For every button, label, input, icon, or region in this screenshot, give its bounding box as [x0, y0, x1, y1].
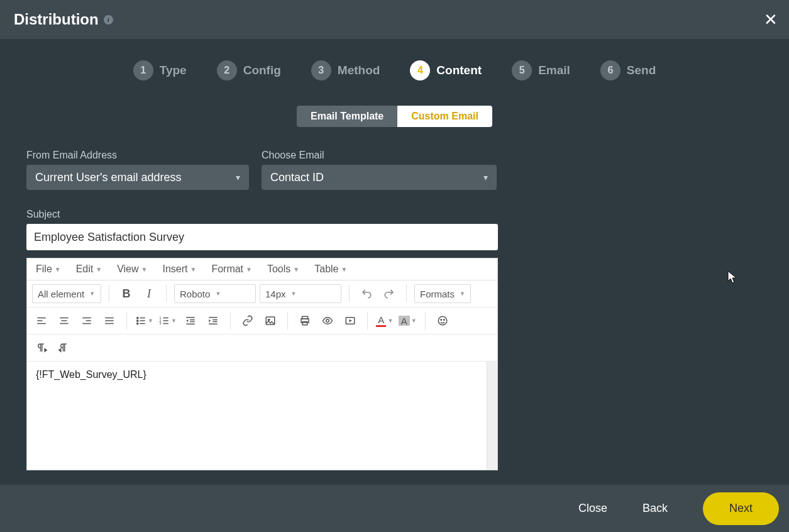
svg-point-39: [326, 319, 329, 323]
menu-tools[interactable]: Tools▼: [267, 263, 299, 275]
svg-point-12: [137, 317, 138, 318]
modal-body: 1 Type 2 Config 3 Method 4 Content 5 Ema…: [0, 39, 789, 470]
back-button[interactable]: Back: [643, 502, 668, 515]
background-color-icon[interactable]: A▼: [398, 311, 417, 330]
svg-point-43: [441, 319, 442, 321]
formats-select[interactable]: Formats▼: [414, 284, 471, 303]
modal-footer: Close Back Next: [0, 485, 789, 532]
font-family-select[interactable]: Roboto▼: [174, 284, 256, 303]
image-icon[interactable]: [261, 311, 280, 330]
choose-email-value: Contact ID: [270, 171, 324, 184]
next-button[interactable]: Next: [703, 492, 779, 525]
step-send[interactable]: 6 Send: [600, 60, 656, 80]
subject-input[interactable]: [26, 224, 498, 250]
print-icon[interactable]: [295, 311, 314, 330]
svg-marker-41: [349, 319, 352, 323]
step-label: Config: [243, 64, 281, 77]
svg-point-44: [443, 319, 444, 321]
svg-marker-28: [186, 319, 188, 323]
step-number: 5: [512, 60, 532, 80]
menu-view[interactable]: View▼: [117, 263, 147, 275]
menu-format[interactable]: Format▼: [211, 263, 252, 275]
close-button[interactable]: Close: [578, 502, 607, 515]
step-label: Content: [436, 64, 482, 77]
editor-menubar: File▼ Edit▼ View▼ Insert▼ Format▼ Tools▼…: [27, 258, 497, 280]
svg-text:3: 3: [159, 321, 161, 325]
link-icon[interactable]: [238, 311, 257, 330]
page-title-text: Distribution: [14, 11, 99, 28]
font-size-select[interactable]: 14px▼: [260, 284, 341, 303]
step-label: Send: [627, 64, 656, 77]
align-left-icon[interactable]: [32, 311, 51, 330]
svg-point-35: [268, 319, 269, 320]
menu-table[interactable]: Table▼: [314, 263, 347, 275]
rtl-icon[interactable]: [55, 338, 74, 357]
step-content[interactable]: 4 Content: [410, 60, 482, 80]
chevron-down-icon: ▾: [236, 172, 240, 182]
tab-email-template[interactable]: Email Template: [297, 106, 397, 127]
editor-toolbar-row-2: ▼ 123▼ A▼ A▼: [27, 308, 497, 335]
page-title: Distribution i: [14, 11, 113, 28]
subject-label: Subject: [26, 209, 763, 220]
step-method[interactable]: 3 Method: [311, 60, 380, 80]
redo-icon[interactable]: [380, 284, 399, 303]
outdent-icon[interactable]: [181, 311, 200, 330]
step-email[interactable]: 5 Email: [512, 60, 570, 80]
svg-marker-33: [209, 319, 211, 323]
emoji-icon[interactable]: [433, 311, 452, 330]
editor-toolbar-row-3: [27, 335, 497, 362]
step-number: 3: [311, 60, 331, 80]
menu-insert[interactable]: Insert▼: [162, 263, 196, 275]
media-icon[interactable]: [341, 311, 360, 330]
chevron-down-icon: ▾: [483, 172, 488, 182]
step-number: 1: [133, 60, 153, 80]
from-email-value: Current User's email address: [35, 171, 182, 184]
ltr-icon[interactable]: [32, 338, 51, 357]
step-type[interactable]: 1 Type: [133, 60, 187, 80]
info-icon[interactable]: i: [104, 15, 113, 25]
undo-icon[interactable]: [357, 284, 376, 303]
step-number: 2: [217, 60, 237, 80]
scrollbar[interactable]: [487, 362, 497, 470]
wizard-steps: 1 Type 2 Config 3 Method 4 Content 5 Ema…: [0, 39, 789, 106]
step-number: 6: [600, 60, 621, 80]
preview-icon[interactable]: [318, 311, 337, 330]
template-mode-toggle: Email Template Custom Email: [0, 106, 789, 127]
rich-text-editor: File▼ Edit▼ View▼ Insert▼ Format▼ Tools▼…: [26, 258, 498, 470]
step-config[interactable]: 2 Config: [217, 60, 281, 80]
choose-email-label: Choose Email: [262, 150, 497, 161]
from-email-select[interactable]: Current User's email address ▾: [26, 165, 249, 190]
bold-icon[interactable]: B: [117, 284, 136, 303]
text-color-icon[interactable]: A▼: [375, 311, 394, 330]
svg-point-13: [137, 320, 138, 321]
step-label: Method: [338, 64, 380, 77]
editor-body-text: {!FT_Web_Survey_URL}: [36, 369, 146, 380]
modal-header: Distribution i ✕: [0, 0, 789, 39]
from-email-label: From Email Address: [26, 150, 249, 161]
bullet-list-icon[interactable]: ▼: [135, 311, 154, 330]
editor-content-area[interactable]: {!FT_Web_Survey_URL}: [27, 362, 497, 470]
step-label: Type: [160, 64, 187, 77]
align-right-icon[interactable]: [77, 311, 96, 330]
step-number: 4: [410, 60, 430, 80]
menu-file[interactable]: File▼: [36, 263, 61, 275]
numbered-list-icon[interactable]: 123▼: [158, 311, 177, 330]
editor-toolbar-row-1: All element▼ B I Roboto▼ 14px▼ Formats▼: [27, 280, 497, 308]
step-label: Email: [538, 64, 570, 77]
svg-point-14: [137, 323, 138, 324]
svg-point-42: [438, 316, 447, 325]
align-justify-icon[interactable]: [100, 311, 119, 330]
indent-icon[interactable]: [204, 311, 223, 330]
close-icon[interactable]: ✕: [764, 10, 778, 30]
menu-edit[interactable]: Edit▼: [76, 263, 102, 275]
italic-icon[interactable]: I: [140, 284, 158, 303]
svg-marker-46: [59, 349, 61, 352]
element-select[interactable]: All element▼: [32, 284, 101, 303]
svg-marker-45: [45, 349, 47, 352]
tab-custom-email[interactable]: Custom Email: [397, 106, 492, 127]
choose-email-select[interactable]: Contact ID ▾: [262, 165, 497, 190]
align-center-icon[interactable]: [55, 311, 74, 330]
